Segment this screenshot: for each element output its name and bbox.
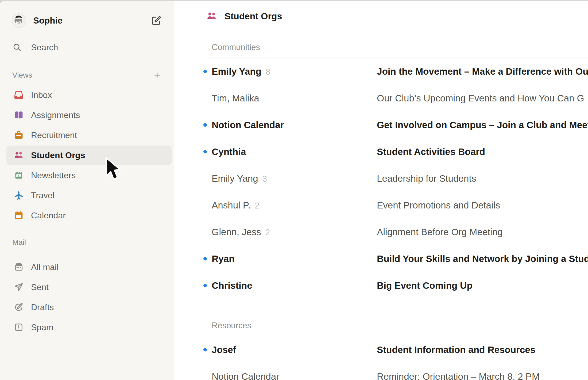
email-subject: Reminder: Orientation – March 8, 2 PM xyxy=(377,371,588,380)
email-subject: Leadership for Students xyxy=(377,173,588,184)
unread-dot-icon xyxy=(203,284,207,287)
email-subject: Get Involved on Campus – Join a Club and… xyxy=(377,120,588,130)
email-subject: Student Activities Board xyxy=(377,146,588,157)
student-orgs-icon xyxy=(206,11,217,21)
email-row[interactable]: Anshul P. 2 Event Promotions and Details xyxy=(212,192,588,219)
thread-count: 2 xyxy=(265,228,270,237)
sidebar-item-spam[interactable]: Spam xyxy=(6,318,172,337)
user-name: Sophie xyxy=(33,16,150,26)
email-sender: Christine xyxy=(212,280,252,291)
mail-list-pane: Student Orgs Communities Emily Yang 8 Jo… xyxy=(174,1,588,380)
mail-section-header: Mail xyxy=(12,237,166,248)
email-row[interactable]: Emily Yang 8 Join the Movement – Make a … xyxy=(212,58,588,85)
search-button[interactable]: Search xyxy=(12,41,167,53)
compose-icon xyxy=(150,15,162,26)
page-header: Student Orgs xyxy=(174,1,588,31)
sidebar: Sophie Search Views Inbox Assignments Re… xyxy=(0,1,174,380)
add-view-button[interactable] xyxy=(152,70,162,80)
thread-count: 8 xyxy=(266,67,270,77)
email-row[interactable]: Josef Student Information and Resources xyxy=(212,336,588,363)
sidebar-item-drafts[interactable]: Drafts xyxy=(6,298,172,317)
email-subject: Student Information and Resources xyxy=(377,344,588,355)
email-subject: Big Event Coming Up xyxy=(377,280,588,291)
spam-icon xyxy=(14,322,24,332)
sidebar-item-sent[interactable]: Sent xyxy=(6,278,172,297)
avatar[interactable] xyxy=(12,13,26,28)
email-row[interactable]: Ryan Build Your Skills and Network by Jo… xyxy=(212,245,588,272)
email-group-communities: Emily Yang 8 Join the Movement – Make a … xyxy=(212,58,588,299)
mail-app-window: Sophie Search Views Inbox Assignments Re… xyxy=(0,1,588,380)
thread-count: 2 xyxy=(255,201,259,211)
views-nav: Inbox Assignments Recruitment Student Or… xyxy=(0,85,174,225)
email-group-resources: Josef Student Information and Resources … xyxy=(212,336,588,380)
email-subject: Build Your Skills and Network by Joining… xyxy=(377,253,588,264)
newsletter-icon xyxy=(14,170,24,180)
group-label-communities: Communities xyxy=(212,41,588,53)
thread-count: 3 xyxy=(262,174,267,184)
email-sender: Emily Yang xyxy=(212,173,258,184)
unread-dot-icon xyxy=(203,257,207,261)
compose-button[interactable] xyxy=(150,15,162,26)
book-icon xyxy=(14,110,24,120)
account-row[interactable]: Sophie xyxy=(12,13,167,29)
unread-dot-icon xyxy=(203,348,207,352)
email-sender: Anshul P. xyxy=(212,200,250,211)
sidebar-item-calendar[interactable]: Calendar xyxy=(6,206,172,225)
email-row[interactable]: Notion Calendar Get Involved on Campus –… xyxy=(212,112,588,138)
views-section-header: Views xyxy=(12,69,166,81)
sidebar-item-student-orgs[interactable]: Student Orgs xyxy=(6,146,172,165)
inbox-icon xyxy=(14,90,24,100)
people-icon xyxy=(14,150,24,160)
email-subject: Join the Movement – Make a Difference wi… xyxy=(377,66,588,77)
sidebar-item-all-mail[interactable]: All mail xyxy=(6,257,172,277)
search-label: Search xyxy=(31,43,58,52)
email-subject: Our Club’s Upcoming Events and How You C… xyxy=(377,93,588,104)
email-sender: Tim, Malika xyxy=(212,93,259,104)
unread-dot-icon xyxy=(203,150,207,154)
plus-icon xyxy=(153,71,161,79)
email-row[interactable]: Glenn, Jess 2 Alignment Before Org Meeti… xyxy=(212,219,588,245)
mail-section-label: Mail xyxy=(12,238,166,247)
email-subject: Event Promotions and Details xyxy=(377,200,588,211)
sidebar-item-assignments[interactable]: Assignments xyxy=(6,105,172,125)
send-icon xyxy=(14,282,24,292)
search-icon xyxy=(12,43,22,52)
unread-dot-icon xyxy=(203,123,207,127)
page-title: Student Orgs xyxy=(225,11,282,21)
email-row[interactable]: Cynthia Student Activities Board xyxy=(212,138,588,165)
email-row[interactable]: Tim, Malika Our Club’s Upcoming Events a… xyxy=(212,85,588,112)
mail-nav: All mail Sent Drafts Spam xyxy=(0,257,174,337)
email-sender: Emily Yang xyxy=(212,66,261,77)
unread-dot-icon xyxy=(203,70,207,73)
draft-icon xyxy=(14,302,24,312)
email-sender: Glenn, Jess xyxy=(212,227,261,237)
sidebar-item-newsletters[interactable]: Newsletters xyxy=(6,166,172,185)
group-label-resources: Resources xyxy=(212,320,588,332)
plane-icon xyxy=(14,190,24,200)
email-subject: Alignment Before Org Meeting xyxy=(377,227,588,237)
calendar-icon xyxy=(14,210,24,221)
email-sender: Josef xyxy=(212,344,236,355)
views-section-label: Views xyxy=(12,71,152,79)
email-sender: Notion Calendar xyxy=(212,120,284,130)
allmail-icon xyxy=(14,262,24,272)
email-sender: Notion Calendar xyxy=(212,371,279,380)
sidebar-item-inbox[interactable]: Inbox xyxy=(6,85,172,105)
briefcase-icon xyxy=(14,130,24,140)
email-row[interactable]: Notion Calendar Reminder: Orientation – … xyxy=(212,363,588,380)
sidebar-item-travel[interactable]: Travel xyxy=(6,186,172,205)
email-sender: Ryan xyxy=(212,253,235,264)
sidebar-item-recruitment[interactable]: Recruitment xyxy=(6,126,172,145)
email-sender: Cynthia xyxy=(212,146,246,157)
email-row[interactable]: Emily Yang 3 Leadership for Students xyxy=(212,165,588,192)
email-row[interactable]: Christine Big Event Coming Up xyxy=(212,272,588,299)
